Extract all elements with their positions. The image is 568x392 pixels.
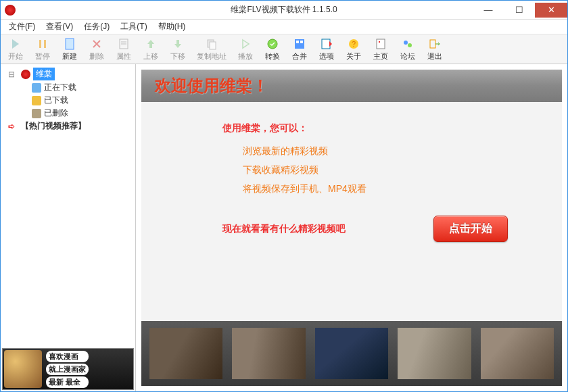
svg-point-17	[404, 41, 408, 45]
tool-copyaddr[interactable]: 复制地址	[193, 36, 231, 63]
video-thumb[interactable]	[232, 328, 305, 379]
playback-icon	[239, 37, 252, 51]
pause-icon	[36, 37, 49, 51]
tree-hot[interactable]: ➪【热门视频推荐】	[2, 120, 134, 132]
maximize-button[interactable]: ☐	[504, 3, 535, 18]
app-window: 维棠FLV视频下载软件 1.1.5.0 — ☐ ✕ 文件(F) 查看(V) 任务…	[0, 0, 568, 392]
tool-option[interactable]: 选项	[314, 36, 339, 63]
menu-tool[interactable]: 工具(T)	[115, 20, 152, 34]
merge-icon	[293, 37, 306, 51]
welcome-title: 欢迎使用维棠！	[155, 75, 268, 97]
property-icon	[117, 37, 131, 51]
svg-rect-11	[300, 41, 303, 43]
tool-movedown[interactable]: 下移	[166, 36, 190, 63]
video-thumb[interactable]	[315, 328, 388, 379]
menubar: 文件(F) 查看(V) 任务(J) 工具(T) 帮助(H)	[1, 20, 567, 34]
arrow-icon: ➪	[2, 122, 21, 131]
svg-rect-10	[296, 41, 299, 43]
tool-convert[interactable]: 转换	[260, 36, 285, 63]
svg-text:?: ?	[352, 40, 356, 48]
home-icon	[374, 37, 387, 51]
tree-downloading[interactable]: 正在下载	[2, 81, 134, 94]
feature-3: 将视频保存到手机、MP4观看	[222, 183, 521, 195]
delete-icon	[90, 37, 103, 51]
toolbar: 开始 暂停 新建 删除 属性 上移 下移 复制地址 播放 转换 合并 选项 ?关…	[1, 34, 567, 64]
option-icon	[320, 37, 333, 51]
tool-play[interactable]: 播放	[233, 36, 258, 63]
exit-icon	[428, 37, 442, 51]
menu-task[interactable]: 任务(J)	[78, 20, 115, 34]
welcome-panel: 欢迎使用维棠！ 使用维棠，您可以： 浏览最新的精彩视频 下载收藏精彩视频 将视频…	[141, 70, 562, 386]
about-icon: ?	[347, 37, 360, 51]
trash-icon	[32, 109, 41, 118]
svg-rect-12	[322, 39, 330, 49]
menu-file[interactable]: 文件(F)	[3, 20, 41, 34]
app-icon	[5, 5, 16, 16]
tool-delete[interactable]: 删除	[85, 36, 109, 63]
menu-help[interactable]: 帮助(H)	[153, 20, 191, 34]
tool-moveup[interactable]: 上移	[139, 36, 163, 63]
tool-forum[interactable]: 论坛	[396, 36, 420, 63]
welcome-prompt: 现在就看看有什么精彩视频吧	[222, 223, 346, 235]
feature-2: 下载收藏精彩视频	[222, 164, 521, 176]
content: ⊟维棠 正在下载 已下载 已删除 ➪【热门视频推荐】 喜欢漫画 就上漫画家 最新…	[1, 64, 567, 391]
tool-home[interactable]: 主页	[369, 36, 393, 63]
tool-merge[interactable]: 合并	[287, 36, 312, 63]
svg-rect-2	[66, 39, 74, 49]
sidebar: ⊟维棠 正在下载 已下载 已删除 ➪【热门视频推荐】 喜欢漫画 就上漫画家 最新…	[1, 64, 136, 391]
video-thumb[interactable]	[149, 328, 222, 379]
folder-icon	[32, 96, 41, 105]
tool-property[interactable]: 属性	[112, 36, 136, 63]
svg-rect-15	[377, 39, 385, 49]
up-icon	[144, 37, 158, 51]
welcome-intro: 使用维棠，您可以：	[222, 122, 521, 134]
sidebar-ad[interactable]: 喜欢漫画 就上漫画家 最新 最全	[2, 348, 134, 390]
tool-pause[interactable]: 暂停	[30, 36, 55, 63]
window-title: 维棠FLV视频下载软件 1.1.5.0	[231, 4, 337, 16]
close-button[interactable]: ✕	[535, 3, 567, 18]
tree-downloaded[interactable]: 已下载	[2, 94, 134, 107]
folder-icon	[32, 83, 41, 93]
ad-image	[4, 350, 42, 388]
down-icon	[171, 37, 185, 51]
svg-rect-7	[210, 42, 216, 49]
svg-rect-1	[44, 40, 46, 48]
titlebar[interactable]: 维棠FLV视频下载软件 1.1.5.0 — ☐ ✕	[1, 1, 567, 20]
tree-deleted[interactable]: 已删除	[2, 107, 134, 120]
forum-icon	[401, 37, 415, 51]
tool-start[interactable]: 开始	[3, 36, 28, 63]
video-thumb[interactable]	[481, 328, 554, 379]
tool-new[interactable]: 新建	[57, 36, 82, 63]
tool-about[interactable]: ?关于	[341, 36, 366, 63]
svg-point-18	[408, 43, 412, 47]
tree: ⊟维棠 正在下载 已下载 已删除 ➪【热门视频推荐】	[1, 64, 135, 347]
tree-root[interactable]: ⊟维棠	[2, 67, 134, 81]
convert-icon	[266, 37, 279, 51]
new-icon	[63, 37, 76, 51]
copy-icon	[205, 37, 218, 51]
svg-rect-19	[430, 40, 435, 48]
svg-rect-16	[379, 41, 380, 43]
feature-1: 浏览最新的精彩视频	[222, 145, 521, 157]
main-panel: 欢迎使用维棠！ 使用维棠，您可以： 浏览最新的精彩视频 下载收藏精彩视频 将视频…	[136, 64, 567, 391]
video-thumb[interactable]	[398, 328, 471, 379]
welcome-header: 欢迎使用维棠！	[141, 70, 562, 102]
tool-exit[interactable]: 退出	[423, 36, 447, 63]
app-small-icon	[21, 70, 30, 79]
welcome-body: 使用维棠，您可以： 浏览最新的精彩视频 下载收藏精彩视频 将视频保存到手机、MP…	[141, 102, 562, 321]
menu-view[interactable]: 查看(V)	[41, 20, 78, 34]
play-icon	[9, 37, 22, 51]
minimize-button[interactable]: —	[473, 3, 504, 18]
svg-rect-0	[39, 40, 41, 48]
thumbnail-strip	[141, 321, 562, 386]
start-button[interactable]: 点击开始	[433, 216, 508, 242]
